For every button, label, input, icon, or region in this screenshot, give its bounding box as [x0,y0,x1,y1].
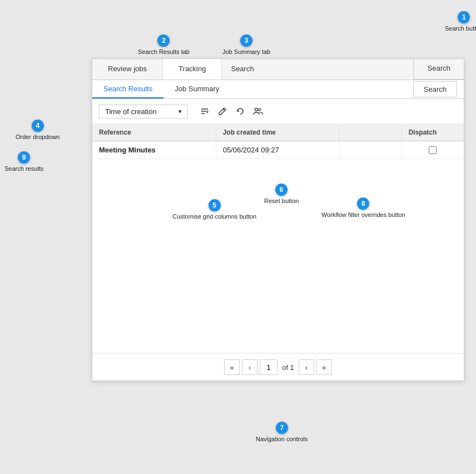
toolbar: Time of creation ▾ [92,99,464,124]
bubble-3: 3 [240,34,252,47]
page-of-label: of 1 [280,363,296,372]
cell-dispatch[interactable] [402,141,464,159]
cell-created-time: 05/06/2024 09:27 [216,141,340,159]
outer-container: Review jobs Tracking Search Search Searc… [0,0,476,474]
bubble-1: 1 [458,11,470,23]
ann-label-3: Job Summary tab [222,48,270,55]
reset-icon[interactable] [232,103,248,119]
svg-line-3 [223,109,225,111]
search-top-button[interactable]: Search [414,59,464,80]
users-icon[interactable] [250,103,266,119]
annotation-7: 7 Navigation controls [256,422,308,442]
nav-tab-search[interactable]: Search [222,59,413,80]
nav-tab-review-jobs[interactable]: Review jobs [92,59,163,80]
svg-point-4 [255,108,258,111]
search-sub-button[interactable]: Search [413,81,457,97]
toolbar-icons [197,103,266,119]
dispatch-checkbox-input[interactable] [429,146,437,154]
bubble-4: 4 [32,120,44,132]
sub-tabs: Search Results Job Summary Search [92,80,464,99]
ann-label-1: Search button [445,25,476,32]
ann-label-9: Search results [4,165,43,172]
pagination: « ‹ of 1 › » [92,353,464,381]
next-page-button[interactable]: › [299,359,314,375]
annotation-9: 9 Search results [4,151,43,172]
annotation-1: 1 Search button [445,11,476,32]
svg-point-5 [259,108,261,111]
bubble-7: 7 [276,422,288,434]
sort-icon[interactable] [197,103,212,119]
cell-extra [340,141,401,159]
order-dropdown[interactable]: Time of creation ▾ [99,105,188,119]
ann-label-2: Search Results tab [138,48,190,55]
last-page-button[interactable]: » [316,359,332,375]
sub-tab-search-results[interactable]: Search Results [92,80,163,98]
edit-icon[interactable] [215,103,230,119]
grid-body: Meeting Minutes 05/06/2024 09:27 [92,141,464,353]
nav-tab-tracking[interactable]: Tracking [163,59,222,80]
chevron-down-icon: ▾ [178,108,182,115]
header-reference: Reference [92,124,216,141]
prev-page-button[interactable]: ‹ [242,359,257,375]
ann-label-7: Navigation controls [256,436,308,442]
page-number-input[interactable] [260,359,277,375]
first-page-button[interactable]: « [224,359,240,375]
annotation-2: 2 Search Results tab [138,34,190,55]
table-row: Meeting Minutes 05/06/2024 09:27 [92,141,464,159]
cell-reference: Meeting Minutes [92,141,216,159]
annotation-3: 3 Job Summary tab [222,34,270,55]
ann-label-4: Order dropdown [16,134,60,140]
sub-tabs-right: Search [413,81,464,97]
grid-header: Reference Job created time Dispatch [92,124,464,141]
bubble-2: 2 [157,34,170,47]
annotation-4: 4 Order dropdown [16,120,60,140]
header-created-time: Job created time [216,124,340,141]
nav-tabs: Review jobs Tracking Search Search [92,59,464,80]
order-label: Time of creation [105,107,157,116]
header-dispatch: Dispatch [402,124,464,141]
main-panel: Review jobs Tracking Search Search Searc… [92,58,464,381]
bubble-9: 9 [18,151,30,164]
grid-container: Reference Job created time Dispatch Meet… [92,124,464,353]
sub-tab-job-summary[interactable]: Job Summary [163,80,230,98]
header-extra [340,124,401,141]
